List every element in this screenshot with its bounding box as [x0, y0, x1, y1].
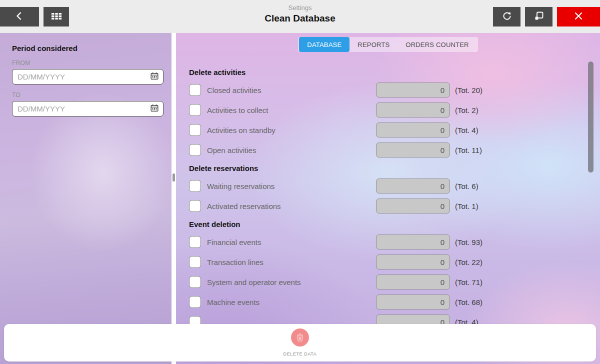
tab-orders-counter[interactable]: ORDERS COUNTER [398, 37, 476, 52]
header: Settings Clean Database [0, 0, 600, 33]
delete-data-label: DELETE DATA [284, 352, 317, 356]
row-label: Transaction lines [207, 258, 264, 266]
from-date-field [12, 69, 164, 84]
row-count-input[interactable] [376, 82, 450, 98]
row-checkbox[interactable] [189, 180, 201, 192]
sidebar-title: Period considered [12, 44, 164, 52]
row-label: System and operator events [207, 278, 301, 286]
tab-reports[interactable]: REPORTS [350, 37, 398, 52]
tabbar: DATABASE REPORTS ORDERS COUNTER [298, 37, 478, 52]
delete-option-row: Activities to collect (Tot. 2) [189, 100, 485, 120]
row-total: (Tot. 93) [455, 238, 485, 246]
from-label: FROM [12, 60, 164, 66]
row-checkbox[interactable] [189, 144, 201, 156]
row-checkbox[interactable] [189, 104, 201, 116]
panel-divider [172, 33, 176, 364]
row-label: Activities on standby [207, 126, 276, 134]
row-count-input[interactable] [376, 178, 450, 194]
tab-database[interactable]: DATABASE [299, 37, 350, 52]
main-panel: DATABASE REPORTS ORDERS COUNTER Delete a… [176, 33, 600, 364]
panel-resize-handle[interactable] [172, 174, 175, 182]
row-total: (Tot. 71) [455, 278, 485, 286]
row-count-input[interactable] [376, 274, 450, 290]
row-total: (Tot. 22) [455, 258, 485, 266]
row-total: (Tot. 1) [455, 202, 485, 210]
section: Delete activities Closed activities (Tot… [189, 64, 485, 160]
delete-option-row: Open activities (Tot. 11) [189, 140, 485, 160]
row-count-input[interactable] [376, 198, 450, 214]
row-checkbox[interactable] [189, 256, 201, 268]
section-title: Delete activities [189, 64, 485, 80]
row-label: Waiting reservations [207, 182, 274, 190]
row-count-input[interactable] [376, 102, 450, 118]
calendar-icon[interactable] [150, 104, 159, 114]
grid-icon [50, 10, 63, 24]
row-checkbox[interactable] [189, 296, 201, 308]
delete-data-button[interactable]: DELETE DATA [284, 328, 317, 357]
footer-bar: DELETE DATA [4, 324, 596, 362]
row-total: (Tot. 68) [455, 298, 485, 306]
section: Event deletion Financial events (Tot. 93… [189, 216, 485, 332]
to-label: TO [12, 92, 164, 98]
row-total: (Tot. 2) [455, 106, 485, 114]
row-total: (Tot. 11) [455, 146, 485, 154]
restore-window-icon [533, 10, 545, 24]
trash-icon [291, 328, 309, 346]
delete-option-row: Machine events (Tot. 68) [189, 292, 485, 312]
row-checkbox[interactable] [189, 236, 201, 248]
section-title: Delete reservations [189, 160, 485, 176]
section-rows: Closed activities (Tot. 20) Activities t… [189, 80, 485, 160]
refresh-button[interactable] [493, 7, 520, 26]
row-count-input[interactable] [376, 254, 450, 270]
period-sidebar: Period considered FROM TO [0, 33, 172, 364]
to-date-field [12, 101, 164, 116]
row-label: Activated reservations [207, 202, 281, 210]
close-icon [572, 10, 584, 24]
calendar-icon[interactable] [150, 72, 159, 82]
section: Delete reservations Waiting reservations… [189, 160, 485, 216]
delete-option-row: Activities on standby (Tot. 4) [189, 120, 485, 140]
section-rows: Financial events (Tot. 93) Transaction l… [189, 232, 485, 332]
chevron-left-icon [14, 10, 26, 24]
row-label: Open activities [207, 146, 256, 154]
row-label: Activities to collect [207, 106, 268, 114]
row-label: Financial events [207, 238, 261, 246]
row-count-input[interactable] [376, 142, 450, 158]
row-count-input[interactable] [376, 122, 450, 138]
scrollbar-thumb[interactable] [588, 62, 594, 172]
row-label: Machine events [207, 298, 260, 306]
row-checkbox[interactable] [189, 276, 201, 288]
from-date-input[interactable] [18, 72, 150, 81]
refresh-icon [501, 10, 513, 24]
to-date-input[interactable] [18, 104, 150, 113]
delete-option-row: Activated reservations (Tot. 1) [189, 196, 485, 216]
section-rows: Waiting reservations (Tot. 6) Activated … [189, 176, 485, 216]
restore-window-button[interactable] [525, 7, 552, 26]
apps-menu-button[interactable] [44, 7, 69, 26]
row-count-input[interactable] [376, 234, 450, 250]
delete-option-row: Waiting reservations (Tot. 6) [189, 176, 485, 196]
delete-option-row: Transaction lines (Tot. 22) [189, 252, 485, 272]
row-total: (Tot. 4) [455, 126, 485, 134]
row-total: (Tot. 6) [455, 182, 485, 190]
section-title: Event deletion [189, 216, 485, 232]
sections: Delete activities Closed activities (Tot… [176, 52, 485, 332]
back-button[interactable] [0, 7, 39, 26]
row-checkbox[interactable] [189, 200, 201, 212]
row-total: (Tot. 20) [455, 86, 485, 94]
row-count-input[interactable] [376, 294, 450, 310]
delete-option-row: Financial events (Tot. 93) [189, 232, 485, 252]
row-checkbox[interactable] [189, 84, 201, 96]
delete-option-row: System and operator events (Tot. 71) [189, 272, 485, 292]
delete-option-row: Closed activities (Tot. 20) [189, 80, 485, 100]
close-button[interactable] [557, 7, 600, 26]
row-label: Closed activities [207, 86, 261, 94]
row-checkbox[interactable] [189, 124, 201, 136]
